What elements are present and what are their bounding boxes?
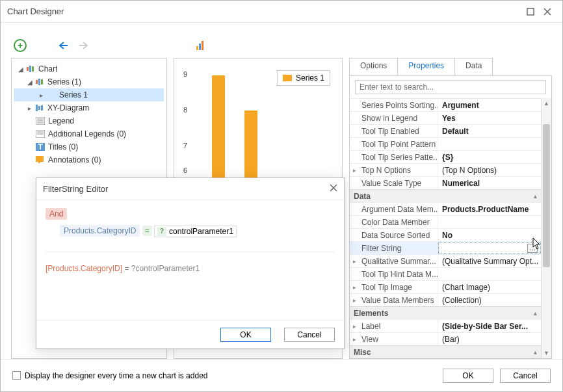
prop-value[interactable]: … <box>438 242 541 254</box>
filter-operator-and[interactable]: And <box>46 208 67 220</box>
svg-rect-10 <box>36 156 44 162</box>
tree-chart[interactable]: ◢Chart <box>14 62 164 75</box>
prop-value[interactable]: Products.ProductName <box>438 203 541 215</box>
svg-rect-0 <box>527 8 534 15</box>
dialog-title: FilterString Editor <box>43 184 108 194</box>
tab-properties[interactable]: Properties <box>397 58 455 75</box>
ytick-6: 6 <box>183 166 187 174</box>
tree-series-1[interactable]: ▸Series 1 <box>14 88 164 101</box>
prop-name: Tool Tip Point Pattern <box>350 138 438 150</box>
tree-titles[interactable]: TTitles (0) <box>14 140 164 153</box>
bar-2 <box>244 111 257 179</box>
prop-value[interactable]: Default <box>438 125 541 137</box>
prop-value[interactable]: Argument <box>438 99 541 111</box>
close-button[interactable] <box>539 3 556 20</box>
tree-xy-diagram[interactable]: ▸XY-Diagram <box>14 101 164 114</box>
ok-button[interactable]: OK <box>443 369 493 383</box>
property-search <box>350 76 551 98</box>
prop-row-value_members[interactable]: Value Data Members(Collection) <box>350 293 541 306</box>
add-button[interactable]: + <box>14 39 27 52</box>
prop-value[interactable]: No <box>438 229 541 241</box>
tree-additional-legends[interactable]: Additional Legends (0) <box>14 127 164 140</box>
prop-name: Filter String <box>350 242 438 254</box>
bar-1 <box>212 75 225 179</box>
prop-value[interactable]: (Side-by-Side Bar Ser... <box>438 320 541 332</box>
tree-legend[interactable]: Legend <box>14 114 164 127</box>
prop-row-tt_image[interactable]: Tool Tip Image(Chart Image) <box>350 280 541 293</box>
prop-row-value_scale[interactable]: Value Scale TypeNumerical <box>350 176 541 189</box>
prop-value[interactable]: Yes <box>438 112 541 124</box>
prop-value[interactable]: {S} <box>438 151 541 163</box>
prop-value[interactable]: (Bar) <box>438 333 541 345</box>
legend-label: Series 1 <box>296 73 324 83</box>
tree-annotations[interactable]: Annotations (0) <box>14 153 164 166</box>
legend-swatch <box>283 75 292 81</box>
prop-name: Series Points Sorting... <box>350 99 438 111</box>
dialog-close-button[interactable] <box>330 184 337 194</box>
cancel-button[interactable]: Cancel <box>500 369 551 383</box>
filter-param[interactable]: ?controlParameter1 <box>154 226 237 237</box>
chart-type-button[interactable] <box>193 38 207 53</box>
ellipsis-button[interactable]: … <box>527 244 538 253</box>
category-elements[interactable]: Elements <box>350 306 541 319</box>
prop-value[interactable]: (Qualitative Summary Opt... <box>438 255 541 267</box>
titlebar: Chart Designer <box>1 1 562 23</box>
redo-button[interactable] <box>76 38 90 53</box>
prop-row-color_member[interactable]: Color Data Member <box>350 215 541 228</box>
prop-name: Tool Tip Hint Data M... <box>350 268 438 280</box>
prop-row-label[interactable]: Label(Side-by-Side Bar Ser... <box>350 319 541 332</box>
prop-row-tt_hint[interactable]: Tool Tip Hint Data M... <box>350 267 541 280</box>
prop-value[interactable]: (Collection) <box>438 294 541 306</box>
prop-name: Value Data Members <box>350 294 438 306</box>
tab-options[interactable]: Options <box>349 58 398 75</box>
undo-button[interactable] <box>57 38 71 53</box>
checkbox-display-designer[interactable] <box>12 371 21 380</box>
prop-value[interactable] <box>438 138 541 150</box>
maximize-button[interactable] <box>522 3 539 20</box>
prop-name: Color Data Member <box>350 216 438 228</box>
prop-name: Tool Tip Image <box>350 281 438 293</box>
footer: Display the designer every time a new ch… <box>1 359 562 391</box>
prop-value[interactable]: Numerical <box>438 177 541 189</box>
checkbox-label: Display the designer every time a new ch… <box>25 371 207 380</box>
prop-row-filter_string[interactable]: Filter String… <box>350 241 541 254</box>
prop-name: Data Source Sorted <box>350 229 438 241</box>
filter-op[interactable]: = <box>142 226 152 236</box>
prop-row-topn[interactable]: Top N Options(Top N Options) <box>350 163 541 176</box>
prop-row-show_in_legend[interactable]: Show in LegendYes <box>350 111 541 124</box>
scrollbar-thumb[interactable] <box>543 124 550 267</box>
prop-value[interactable] <box>438 268 541 280</box>
prop-value[interactable] <box>438 216 541 228</box>
tabs: Options Properties Data <box>349 58 552 76</box>
prop-name: Argument Data Mem... <box>350 203 438 215</box>
tab-data[interactable]: Data <box>454 58 493 75</box>
filter-field[interactable]: Products.CategoryID <box>60 225 140 237</box>
svg-text:T: T <box>38 143 43 151</box>
ytick-8: 8 <box>183 106 187 114</box>
prop-value[interactable]: (Chart Image) <box>438 281 541 293</box>
ytick-7: 7 <box>183 142 187 150</box>
prop-name: Show in Legend <box>350 112 438 124</box>
prop-name: Qualitative Summar... <box>350 255 438 267</box>
dialog-ok-button[interactable]: OK <box>220 328 271 342</box>
category-misc[interactable]: Misc <box>350 345 541 358</box>
vertical-scrollbar[interactable]: ▲ ▼ <box>541 98 551 358</box>
toolbar: + <box>11 33 552 58</box>
category-data[interactable]: Data <box>350 189 541 202</box>
prop-row-arg_member[interactable]: Argument Data Mem...Products.ProductName <box>350 202 541 215</box>
prop-row-series_points_sorting[interactable]: Series Points Sorting...Argument <box>350 98 541 111</box>
prop-row-view[interactable]: View(Bar) <box>350 332 541 345</box>
prop-row-tooltip_point[interactable]: Tool Tip Point Pattern <box>350 137 541 150</box>
prop-name: Tool Tip Enabled <box>350 125 438 137</box>
dialog-cancel-button[interactable]: Cancel <box>284 328 335 342</box>
prop-name: Tool Tip Series Patte... <box>350 151 438 163</box>
prop-row-tooltip_enabled[interactable]: Tool Tip EnabledDefault <box>350 124 541 137</box>
prop-row-qual_summary[interactable]: Qualitative Summar...(Qualitative Summar… <box>350 254 541 267</box>
filterstring-editor-dialog: FilterString Editor And Products.Categor… <box>36 177 345 349</box>
prop-row-data_sorted[interactable]: Data Source SortedNo <box>350 228 541 241</box>
search-input[interactable] <box>355 80 546 94</box>
tree-series-group[interactable]: ◢Series (1) <box>14 75 164 88</box>
prop-row-tooltip_series[interactable]: Tool Tip Series Patte...{S} <box>350 150 541 163</box>
prop-value[interactable]: (Top N Options) <box>438 164 541 176</box>
prop-name: Top N Options <box>350 164 438 176</box>
